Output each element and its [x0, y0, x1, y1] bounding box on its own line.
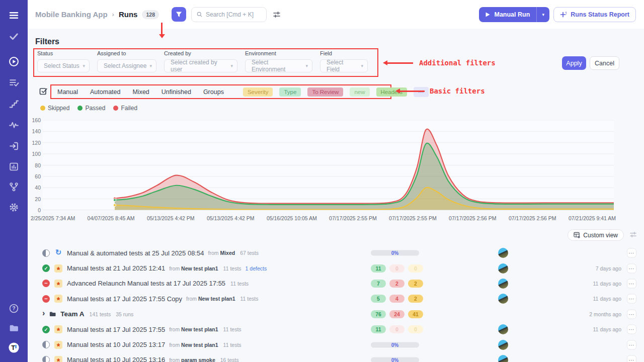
x-tick-label: 07/17/2025 2:55 PM: [389, 215, 437, 221]
sidebar-item-branches[interactable]: [8, 181, 20, 193]
basic-filter-tag[interactable]: Severity: [243, 87, 273, 97]
run-runs-count: 35 runs: [116, 311, 133, 317]
legend-item[interactable]: Skipped: [40, 105, 69, 112]
filter-field-select[interactable]: Select Environment▾: [245, 59, 312, 72]
legend-dot: [77, 106, 83, 111]
run-title[interactable]: Manual & automated tests at 25 Jul 2025 …: [67, 249, 204, 257]
runs-status-report-button[interactable]: Runs Status Report: [553, 7, 636, 22]
breadcrumb-separator: ›: [112, 11, 114, 18]
run-status-icon: [42, 249, 50, 257]
filter-field-select[interactable]: Select Status▾: [37, 59, 90, 72]
x-tick-label: 07/21/2025 9:41 AM: [569, 215, 616, 221]
filter-field-select[interactable]: Select created by user▾: [164, 59, 237, 72]
sidebar: ? T: [0, 0, 28, 362]
sidebar-item-settings[interactable]: [8, 202, 20, 213]
search-input[interactable]: [206, 11, 261, 18]
manual-run-main[interactable]: Manual Run: [479, 7, 536, 22]
row-menu-button[interactable]: ⋯: [627, 294, 636, 304]
run-title[interactable]: Manual tests at 10 Jul 2025 13:17: [67, 341, 165, 348]
filter-field-select[interactable]: Select Field▾: [320, 59, 368, 72]
filter-field-select[interactable]: Select Assignee▾: [97, 59, 156, 72]
x-tick-label: 07/17/2025 2:55 PM: [329, 215, 377, 221]
sidebar-item-reports[interactable]: [8, 161, 20, 172]
run-from: from New test plan1: [186, 296, 235, 302]
row-menu-button[interactable]: ⋯: [627, 309, 636, 319]
run-type-icon: [54, 264, 62, 273]
cancel-button[interactable]: Cancel: [590, 56, 619, 70]
legend-label: Failed: [121, 105, 137, 112]
run-row[interactable]: › Advanced Relaunch Manual tests at 17 J…: [28, 276, 644, 291]
row-menu-button[interactable]: ⋯: [627, 248, 636, 258]
breadcrumb-project[interactable]: Mobile Banking App: [35, 10, 108, 19]
help-icon[interactable]: ?: [8, 303, 20, 314]
search-settings-icon[interactable]: [273, 11, 281, 19]
group-expand-icon[interactable]: ›: [42, 309, 45, 318]
x-tick-label: 07/17/2025 2:56 PM: [449, 215, 497, 221]
legend-dot: [113, 106, 118, 111]
legend-item[interactable]: Failed: [113, 105, 137, 112]
filter-field: FieldSelect Field▾: [320, 50, 368, 72]
sidebar-item-runs[interactable]: [8, 56, 20, 67]
sidebar-item-test-plans[interactable]: [8, 77, 20, 88]
run-row[interactable]: › Manual tests at 17 Jul 2025 17:55 Copy…: [28, 291, 644, 306]
run-title[interactable]: Manual tests at 21 Jul 2025 12:41: [67, 264, 165, 272]
basic-filter-tag[interactable]: new: [350, 87, 369, 97]
run-result-badges: 11 0 0: [371, 264, 423, 273]
run-title[interactable]: Team A: [60, 310, 84, 318]
run-type-icon: [54, 325, 62, 333]
filter-toggle-button[interactable]: [172, 7, 186, 22]
x-tick-label: 2/25/2025 7:34 AM: [31, 215, 75, 221]
basic-filter-link[interactable]: Groups: [203, 88, 224, 96]
run-stats: 11 0 0: [371, 264, 423, 273]
menu-icon[interactable]: [8, 10, 20, 21]
run-row[interactable]: › Manual & automated tests at 25 Jul 202…: [28, 245, 644, 260]
manual-run-button[interactable]: Manual Run ▾: [479, 7, 549, 22]
runs-list: › Manual & automated tests at 25 Jul 202…: [28, 245, 644, 362]
app-logo[interactable]: T: [8, 342, 20, 353]
passed-badge: 11: [371, 325, 386, 333]
run-row[interactable]: › Manual tests at 21 Jul 2025 12:41 from…: [28, 260, 644, 276]
apply-button[interactable]: Apply: [562, 56, 586, 70]
basic-filter-link[interactable]: Automated: [90, 88, 120, 96]
run-defects-link[interactable]: 1 defects: [246, 265, 267, 272]
run-row[interactable]: › Manual tests at 10 Jul 2025 13:16 from…: [28, 352, 644, 362]
sidebar-item-tests[interactable]: [8, 31, 20, 42]
row-menu-button[interactable]: ⋯: [627, 340, 636, 349]
basic-filter-tag[interactable]: Type: [279, 87, 301, 97]
projects-folder-icon[interactable]: [8, 322, 20, 334]
basic-filter-tag[interactable]: To Review: [307, 87, 343, 97]
x-tick-label: 05/13/2025 4:42 PM: [147, 215, 195, 221]
breadcrumb-page: Runs: [119, 10, 138, 19]
legend-item[interactable]: Passed: [77, 105, 105, 112]
chevron-down-icon: ▾: [305, 63, 308, 68]
row-menu-button[interactable]: ⋯: [627, 263, 636, 273]
filter-field: StatusSelect Status▾: [37, 50, 90, 72]
run-row[interactable]: › Team A from 141 tests 35 runs 76 24 41…: [28, 307, 644, 322]
sidebar-item-analytics[interactable]: [8, 119, 20, 131]
y-tick-label: 40: [28, 185, 41, 191]
svg-text:T: T: [11, 344, 15, 351]
row-menu-button[interactable]: ⋯: [627, 325, 636, 334]
sidebar-item-steps[interactable]: [8, 98, 20, 110]
filter-field-placeholder: Select Assignee: [104, 62, 146, 69]
row-menu-button[interactable]: ⋯: [627, 355, 636, 362]
manual-run-dropdown[interactable]: ▾: [536, 7, 549, 22]
run-title[interactable]: Manual tests at 10 Jul 2025 13:16: [67, 356, 165, 362]
list-settings-icon[interactable]: [629, 231, 637, 238]
run-row[interactable]: › Manual tests at 17 Jul 2025 17:55 from…: [28, 322, 644, 337]
run-title[interactable]: Manual tests at 17 Jul 2025 17:55 Copy: [67, 295, 182, 303]
failed-badge: 4: [389, 295, 405, 303]
y-tick-label: 80: [28, 162, 41, 168]
basic-filter-link[interactable]: Unfinished: [162, 88, 191, 96]
basic-filter-link[interactable]: Mixed: [132, 88, 149, 96]
row-menu-button[interactable]: ⋯: [627, 279, 636, 288]
run-title[interactable]: Advanced Relaunch Manual tests at 17 Jul…: [67, 280, 225, 287]
basic-filter-link[interactable]: Manual: [57, 88, 78, 96]
search-box[interactable]: [191, 7, 267, 22]
select-runs-icon[interactable]: [39, 86, 48, 98]
run-status-icon: [42, 264, 50, 272]
sidebar-item-import-icon[interactable]: [8, 140, 20, 152]
run-title[interactable]: Manual tests at 17 Jul 2025 17:55: [67, 326, 165, 333]
run-row[interactable]: › Manual tests at 10 Jul 2025 13:17 from…: [28, 337, 644, 352]
custom-view-button[interactable]: Custom view: [568, 229, 624, 241]
